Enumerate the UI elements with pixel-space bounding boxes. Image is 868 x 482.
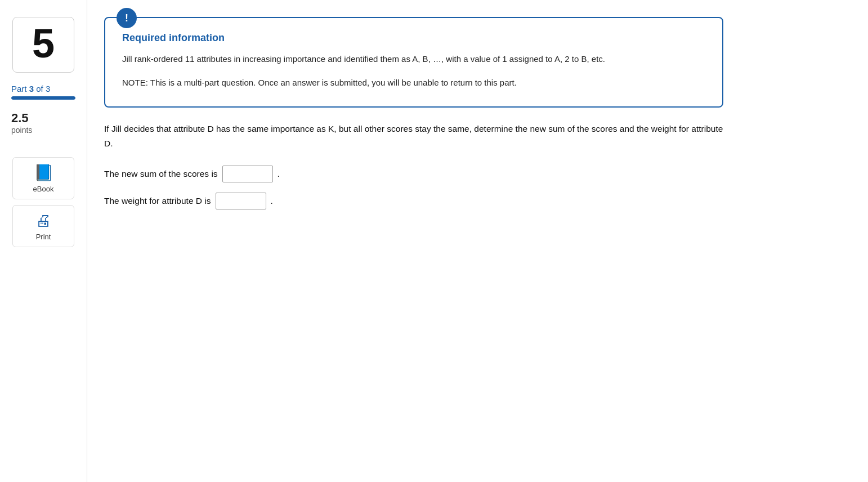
info-title: Required information <box>122 32 705 44</box>
question-section: If Jill decides that attribute D has the… <box>104 122 723 220</box>
main-content: ! Required information Jill rank-ordered… <box>87 0 868 482</box>
part-label-prefix: Part <box>11 84 29 93</box>
weight-attribute-d-input[interactable] <box>216 193 266 209</box>
ebook-label: eBook <box>33 185 54 193</box>
info-box: ! Required information Jill rank-ordered… <box>104 17 723 108</box>
question-number: 5 <box>12 17 74 73</box>
print-label: Print <box>36 233 51 241</box>
points-section: 2.5 points <box>6 111 81 135</box>
page-layout: 5 Part 3 of 3 2.5 points 📘 eBook 🖨 Print <box>0 0 868 482</box>
sidebar-tools: 📘 eBook 🖨 Print <box>6 157 81 247</box>
progress-bar-fill <box>11 96 75 100</box>
sum-prefix: The new sum of the scores is <box>104 169 218 179</box>
weight-prefix: The weight for attribute D is <box>104 196 211 206</box>
question-text: If Jill decides that attribute D has the… <box>104 122 723 151</box>
sum-of-scores-row: The new sum of the scores is . <box>104 166 723 182</box>
sum-of-scores-input[interactable] <box>222 166 273 182</box>
print-button[interactable]: 🖨 Print <box>12 205 74 247</box>
weight-attribute-d-row: The weight for attribute D is . <box>104 193 723 209</box>
info-body: Jill rank-ordered 11 attributes in incre… <box>122 52 705 66</box>
part-total: 3 <box>46 84 50 93</box>
part-label: Part 3 of 3 <box>11 84 75 93</box>
info-note: NOTE: This is a multi-part question. Onc… <box>122 76 705 90</box>
points-value: 2.5 <box>11 111 75 126</box>
sidebar: 5 Part 3 of 3 2.5 points 📘 eBook 🖨 Print <box>0 0 87 482</box>
ebook-button[interactable]: 📘 eBook <box>12 157 74 199</box>
progress-bar-container <box>11 96 75 100</box>
ebook-icon: 📘 <box>34 163 53 182</box>
part-number: 3 <box>29 84 34 93</box>
part-separator: of <box>34 84 46 93</box>
print-icon: 🖨 <box>35 211 51 230</box>
weight-suffix: . <box>271 196 273 206</box>
info-icon: ! <box>117 8 137 28</box>
part-info: Part 3 of 3 <box>6 84 81 100</box>
sum-suffix: . <box>278 169 280 179</box>
points-label: points <box>11 126 75 135</box>
